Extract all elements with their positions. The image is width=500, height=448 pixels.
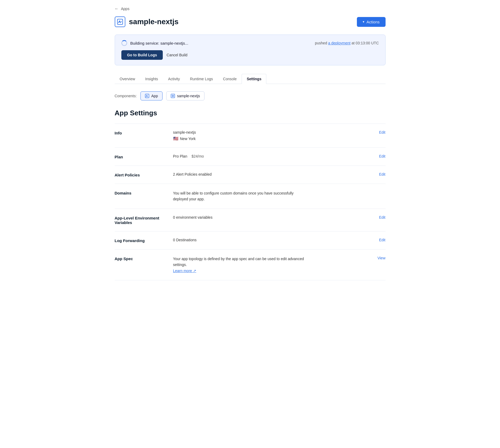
info-value: sample-nextjs 🇺🇸 New York [173,130,364,141]
app-spec-view-link[interactable]: View [364,256,386,260]
log-forwarding-edit-link[interactable]: Edit [364,238,386,242]
info-label: Info [115,130,173,135]
plan-value: Pro Plan $24/mo [173,154,364,158]
component-selector: Components: App sample-nextjs [115,91,386,100]
app-info-name: sample-nextjs [173,130,364,134]
build-meta: pushed a deployment at 03:13:00 UTC [315,41,379,45]
learn-more-link[interactable]: Learn more ↗ [173,269,196,273]
cancel-build-button[interactable]: Cancel Build [166,53,187,57]
settings-row-log-forwarding: Log Forwarding 0 Destinations Edit [115,231,386,250]
build-status-row: Building service: sample-nextjs... pushe… [121,40,379,46]
app-component-icon [145,94,149,98]
app-spec-label: App Spec [115,256,173,261]
build-status-text: Building service: sample-nextjs... [130,41,188,45]
location-row: 🇺🇸 New York [173,136,364,141]
env-vars-label: App-Level Environment Variables [115,215,173,225]
app-component-button[interactable]: App [140,91,163,100]
alert-policies-value: 2 Alert Policies enabled [173,172,364,176]
info-edit-link[interactable]: Edit [364,130,386,134]
domains-value: You will be able to configure custom dom… [173,190,306,202]
build-spinner [121,40,127,46]
app-spec-value: Your app topology is defined by the app … [173,256,306,274]
back-arrow-icon: ← [115,6,119,11]
plan-price: $24/mo [191,154,204,158]
build-actions: Go to Build Logs Cancel Build [121,50,379,60]
tab-settings[interactable]: Settings [242,74,266,84]
tab-insights[interactable]: Insights [140,74,163,84]
log-forwarding-label: Log Forwarding [115,238,173,243]
app-title-group: sample-nextjs [115,16,179,27]
settings-row-alert-policies: Alert Policies 2 Alert Policies enabled … [115,166,386,184]
actions-label: Actions [366,20,379,24]
settings-row-plan: Plan Pro Plan $24/mo Edit [115,148,386,166]
settings-row-env-vars: App-Level Environment Variables 0 enviro… [115,209,386,231]
component-btn-label: sample-nextjs [177,94,200,98]
components-label: Components: [115,94,137,98]
sample-nextjs-component-button[interactable]: sample-nextjs [166,91,204,100]
service-component-icon [171,94,175,98]
app-settings-title: App Settings [115,109,386,117]
alert-policies-label: Alert Policies [115,172,173,177]
app-icon [115,16,125,27]
settings-row-app-spec: App Spec Your app topology is defined by… [115,250,386,280]
back-nav-label: Apps [121,7,130,11]
plan-name: Pro Plan [173,154,187,158]
build-at-text: at 03:13:00 UTC [352,41,379,45]
actions-button[interactable]: ▾ Actions [357,17,385,27]
app-header: sample-nextjs ▾ Actions [115,16,386,27]
env-vars-value: 0 environment variables [173,215,364,219]
back-navigation[interactable]: ← Apps [115,6,386,11]
alert-policies-edit-link[interactable]: Edit [364,172,386,176]
us-flag-icon: 🇺🇸 [173,136,178,141]
tab-runtime-logs[interactable]: Runtime Logs [185,74,218,84]
domains-label: Domains [115,190,173,195]
log-forwarding-value: 0 Destinations [173,238,364,242]
settings-table: Info sample-nextjs 🇺🇸 New York Edit Plan… [115,124,386,280]
plan-label: Plan [115,154,173,159]
app-name-title: sample-nextjs [129,18,179,26]
settings-row-info: Info sample-nextjs 🇺🇸 New York Edit [115,124,386,148]
svg-point-4 [173,96,173,96]
plan-edit-link[interactable]: Edit [364,154,386,158]
location-name: New York [180,137,196,141]
build-meta-prefix: pushed [315,41,327,45]
tab-overview[interactable]: Overview [115,74,140,84]
chevron-down-icon: ▾ [363,20,364,24]
go-to-build-logs-button[interactable]: Go to Build Logs [121,50,163,60]
tab-activity[interactable]: Activity [163,74,185,84]
app-spec-description: Your app topology is defined by the app … [173,257,304,267]
tabs-nav: Overview Insights Activity Runtime Logs … [115,74,386,84]
tab-console[interactable]: Console [218,74,242,84]
plan-row: Pro Plan $24/mo [173,154,364,158]
settings-row-domains: Domains You will be able to configure cu… [115,184,386,209]
deployment-link[interactable]: a deployment [328,41,351,45]
app-btn-label: App [151,94,158,98]
env-vars-edit-link[interactable]: Edit [364,215,386,219]
build-banner: Building service: sample-nextjs... pushe… [115,35,386,65]
